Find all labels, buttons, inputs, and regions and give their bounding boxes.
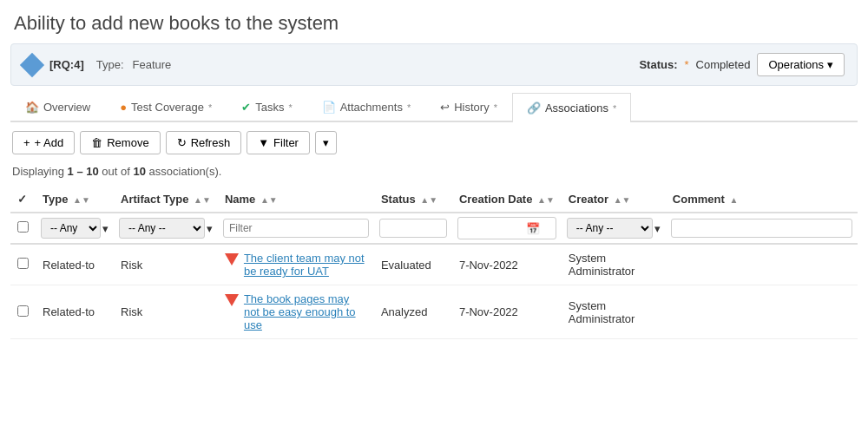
row2-name-link[interactable]: The book pages may not be easy enough to… [244, 292, 367, 331]
filter-artifact-cell: -- Any -- ▾ [114, 213, 218, 244]
row1-creator: System Administrator [569, 252, 635, 278]
chevron-down-icon: ▾ [323, 136, 329, 149]
tab-attachments[interactable]: 📄 Attachments * [307, 93, 426, 121]
tab-overview-label: Overview [43, 101, 90, 114]
filter-icon: ▼ [258, 136, 269, 149]
sort-arrows-artifact: ▲▼ [194, 195, 211, 205]
row2-date-cell: 7-Nov-2022 [452, 285, 562, 339]
page-title: Ability to add new books to the system [0, 0, 868, 43]
row1-date: 7-Nov-2022 [459, 259, 518, 272]
filter-chevron-button[interactable]: ▾ [315, 131, 337, 154]
trash-icon: 🗑 [91, 136, 102, 149]
tab-history-label: History [454, 101, 489, 114]
filter-creator-select[interactable]: -- Any -- [567, 218, 653, 239]
artifact-status-section: Status: * Completed Operations ▾ [639, 53, 845, 76]
filter-type-cell: -- Any -- ▾ [36, 213, 114, 244]
ops-chevron-icon: ▾ [827, 58, 833, 71]
row1-status-cell: Evaluated [374, 244, 452, 285]
associations-table: ✓ Type ▲▼ Artifact Type ▲▼ Name ▲▼ Statu… [10, 187, 858, 339]
filter-comment-cell [666, 213, 858, 244]
row1-checkbox[interactable] [17, 258, 29, 269]
filter-artifact-select[interactable]: -- Any -- [119, 218, 205, 239]
artifact-bar: [RQ:4] Type: Feature Status: * Completed… [10, 43, 858, 86]
tab-overview[interactable]: 🏠 Overview [10, 93, 105, 121]
table-header-row: ✓ Type ▲▼ Artifact Type ▲▼ Name ▲▼ Statu… [10, 187, 858, 213]
associations-icon: 🔗 [527, 102, 541, 115]
filter-name-input[interactable] [223, 219, 369, 238]
row2-type-cell: Related-to [36, 285, 114, 339]
row1-type-cell: Related-to [36, 244, 114, 285]
filter-check-cell [10, 213, 36, 244]
add-icon: + [23, 136, 30, 149]
tab-associations-label: Associations [545, 102, 608, 115]
filter-comment-input[interactable] [671, 219, 852, 238]
row1-name-link[interactable]: The client team may not be ready for UAT [244, 252, 367, 278]
row2-name-cell: The book pages may not be easy enough to… [218, 285, 374, 338]
filter-row: -- Any -- ▾ -- Any -- ▾ [10, 213, 858, 244]
row2-checkbox[interactable] [17, 305, 29, 317]
sort-arrows-comment: ▲ [729, 195, 738, 205]
type-chevron-icon: ▾ [102, 222, 108, 235]
row1-artifact-type: Risk [121, 259, 142, 272]
col-header-name[interactable]: Name ▲▼ [218, 187, 374, 213]
col-header-status[interactable]: Status ▲▼ [374, 187, 452, 213]
row2-check-cell [10, 285, 36, 339]
col-header-type[interactable]: Type ▲▼ [36, 187, 114, 213]
sort-arrows-name: ▲▼ [260, 195, 278, 205]
row1-comment-cell [666, 244, 858, 285]
refresh-icon: ↻ [177, 136, 187, 149]
filter-button[interactable]: ▼ Filter [247, 131, 310, 154]
artifact-type-label: Type: [96, 58, 124, 71]
filter-type-select[interactable]: -- Any -- [41, 218, 101, 239]
col-header-artifact-type[interactable]: Artifact Type ▲▼ [114, 187, 218, 213]
tab-test-coverage[interactable]: ● Test Coverage * [105, 93, 227, 121]
overview-icon: 🏠 [25, 101, 39, 114]
add-label: + Add [35, 136, 64, 149]
calendar-icon[interactable]: 📅 [526, 222, 540, 235]
refresh-button[interactable]: ↻ Refresh [166, 131, 242, 154]
refresh-label: Refresh [191, 136, 231, 149]
row2-artifact-cell: Risk [114, 285, 218, 339]
table-row: Related-to Risk The client team may not … [10, 244, 858, 285]
tab-associations[interactable]: 🔗 Associations * [512, 93, 631, 122]
select-all-checkbox[interactable] [16, 221, 30, 233]
filter-creator-cell: -- Any -- ▾ [562, 213, 666, 244]
col-header-creation-date[interactable]: Creation Date ▲▼ [452, 187, 562, 213]
sort-arrows-status: ▲▼ [420, 195, 437, 205]
risk-triangle-icon [225, 294, 239, 306]
filter-status-input[interactable] [379, 219, 447, 238]
row1-date-cell: 7-Nov-2022 [452, 244, 562, 285]
operations-button[interactable]: Operations ▾ [757, 53, 845, 76]
row1-artifact-cell: Risk [114, 244, 218, 285]
sort-arrows-type: ▲▼ [73, 195, 90, 205]
add-button[interactable]: + + Add [12, 131, 75, 154]
col-header-creator[interactable]: Creator ▲▼ [562, 187, 666, 213]
row1-type: Related-to [43, 259, 95, 272]
display-info: Displaying 1 – 10 out of 10 association(… [0, 163, 868, 187]
tab-history[interactable]: ↩ History * [425, 93, 512, 121]
tab-tasks-label: Tasks [255, 101, 284, 114]
associations-table-container: ✓ Type ▲▼ Artifact Type ▲▼ Name ▲▼ Statu… [0, 187, 868, 339]
row2-date: 7-Nov-2022 [459, 305, 518, 318]
tab-tasks[interactable]: ✔ Tasks * [227, 93, 307, 121]
sort-arrows-date: ▲▼ [537, 195, 555, 205]
check-icon: ✓ [17, 193, 27, 206]
remove-label: Remove [107, 136, 148, 149]
filter-date-input[interactable] [462, 220, 523, 237]
col-header-comment[interactable]: Comment ▲ [666, 187, 858, 213]
row2-type: Related-to [43, 305, 95, 318]
filter-status-cell [374, 213, 452, 244]
row1-status: Evaluated [381, 259, 431, 272]
row2-artifact-type: Risk [121, 305, 142, 318]
col-header-check: ✓ [10, 187, 36, 213]
row1-creator-cell: System Administrator [562, 244, 666, 285]
row2-status-cell: Analyzed [374, 285, 452, 339]
tasks-icon: ✔ [241, 101, 251, 114]
table-body: Related-to Risk The client team may not … [10, 244, 858, 339]
creator-chevron-icon: ▾ [654, 222, 661, 235]
artifact-id: [RQ:4] [49, 58, 84, 71]
status-value: Completed [696, 58, 751, 71]
filter-label: Filter [273, 136, 299, 149]
table-row: Related-to Risk The book pages may not b… [10, 285, 858, 339]
remove-button[interactable]: 🗑 Remove [80, 131, 160, 154]
